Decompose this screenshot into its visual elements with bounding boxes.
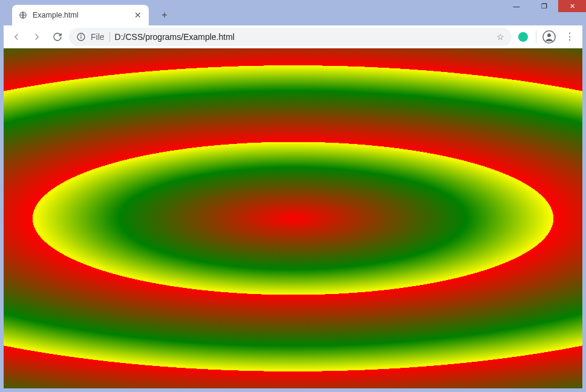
url-separator <box>109 32 110 42</box>
back-button[interactable] <box>7 28 25 46</box>
tab-strip: Example.html ✕ + <box>12 5 465 25</box>
globe-icon <box>18 10 28 20</box>
browser-tab[interactable]: Example.html ✕ <box>12 5 149 25</box>
svg-point-3 <box>81 35 82 36</box>
url-input[interactable] <box>115 32 492 42</box>
extension-button[interactable] <box>514 28 532 46</box>
window-maximize-button[interactable]: ❐ <box>530 0 558 12</box>
new-tab-button[interactable]: + <box>156 7 173 24</box>
extension-icon <box>518 32 528 42</box>
reload-button[interactable] <box>48 28 67 46</box>
bookmark-button[interactable]: ☆ <box>496 32 504 42</box>
minimize-icon: — <box>513 2 520 10</box>
profile-button[interactable] <box>540 28 558 46</box>
user-icon <box>542 30 556 44</box>
maximize-icon: ❐ <box>541 2 547 10</box>
page-content <box>4 48 582 388</box>
toolbar-separator <box>536 31 536 43</box>
window-minimize-button[interactable]: — <box>503 0 530 12</box>
arrow-right-icon <box>31 31 42 42</box>
browser-toolbar: File ☆ ⋮ <box>4 25 582 48</box>
star-icon: ☆ <box>496 32 504 42</box>
address-bar[interactable]: File ☆ <box>69 28 512 46</box>
tab-title: Example.html <box>33 11 133 19</box>
url-scheme-label: File <box>91 32 105 42</box>
svg-point-5 <box>547 33 551 37</box>
forward-button[interactable] <box>28 28 46 46</box>
kebab-icon: ⋮ <box>565 31 575 42</box>
chrome-menu-button[interactable]: ⋮ <box>561 28 579 46</box>
close-icon: ✕ <box>570 2 575 10</box>
reload-icon <box>52 31 63 42</box>
window-close-button[interactable]: ✕ <box>558 0 586 12</box>
info-icon[interactable] <box>76 32 86 42</box>
tab-close-button[interactable]: ✕ <box>133 10 143 20</box>
plus-icon: + <box>161 10 167 21</box>
arrow-left-icon <box>11 31 22 42</box>
